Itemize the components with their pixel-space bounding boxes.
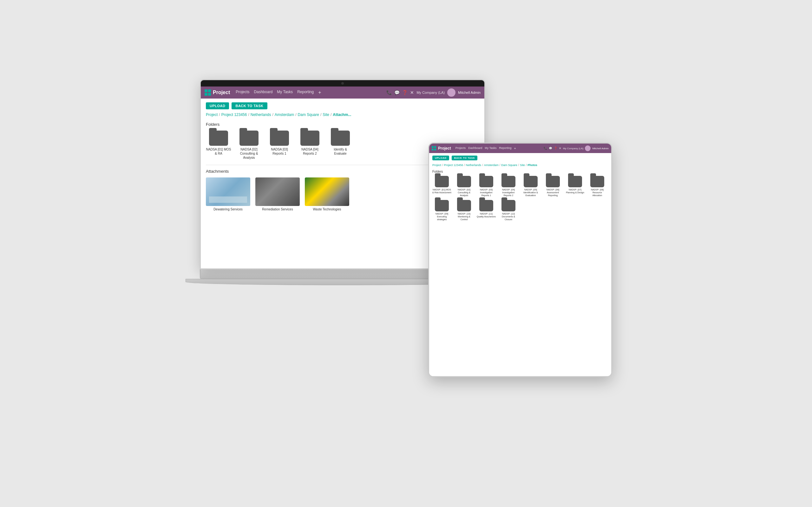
laptop-attach-label-2: Remediation Services [262, 208, 293, 211]
laptop-attach-thumb-3 [305, 177, 349, 206]
tablet-nav-reporting[interactable]: Reporting [499, 147, 512, 150]
laptop-nav-icons: 📞 💬 ❓ ✕ My Company (LA) Mitchell Admin [386, 89, 480, 97]
tablet-bc-site[interactable]: Site [520, 164, 525, 167]
laptop-logo[interactable]: Project [205, 89, 230, 96]
laptop-attachment-1[interactable]: Dewatering Services [206, 177, 250, 211]
laptop-bc-project[interactable]: Project [206, 112, 217, 117]
tablet-folder-1[interactable]: NADSP- [01] MOS & Risk Assessment [432, 176, 451, 197]
laptop-folder-icon-3 [270, 130, 289, 146]
tablet-folder-label-4: NADSP- [04] Investigation Reports 2 [499, 188, 518, 197]
laptop-attachment-2[interactable]: Remediation Services [255, 177, 300, 211]
laptop-logo-icon [205, 89, 211, 96]
tablet-nav-projects[interactable]: Projects [455, 147, 466, 150]
tablet-folder-icon-2 [457, 176, 471, 187]
laptop-bc-attachments[interactable]: Attachm... [333, 112, 351, 117]
tablet-phone-icon[interactable]: 📞 [544, 147, 547, 150]
laptop-nav-mytasks[interactable]: My Tasks [277, 90, 293, 95]
tablet-folder-8[interactable]: NADSP- [08] Resource Allocation [588, 176, 607, 197]
tablet-folder-icon-1 [435, 176, 449, 187]
tablet-folder-icon-5 [524, 176, 538, 187]
laptop-back-to-task-button[interactable]: BACK TO TASK [232, 102, 267, 109]
laptop-chat-icon[interactable]: 💬 [394, 90, 400, 95]
tablet-chat-icon[interactable]: 💬 [549, 147, 552, 150]
tablet-folder-label-8: NADSP- [08] Resource Allocation [588, 188, 607, 197]
tablet-folder-4[interactable]: NADSP- [04] Investigation Reports 2 [499, 176, 518, 197]
laptop-folder-3[interactable]: NADSA [03] Reports 1 [267, 130, 292, 160]
tablet-folder-5[interactable]: NADSP- [05] Identification & Evaluation [521, 176, 540, 197]
laptop-attach-label-3: Waste Technologies [313, 208, 341, 211]
tablet-bc-photos[interactable]: Photos [527, 164, 537, 167]
svg-point-1 [449, 94, 454, 97]
laptop-bc-project123[interactable]: Project 123456 [221, 112, 247, 117]
laptop-nav-menu: Projects Dashboard My Tasks Reporting + [236, 90, 321, 95]
tablet-logo[interactable]: Project [432, 146, 451, 151]
tablet-help-icon[interactable]: ❓ [554, 147, 557, 150]
tablet-bc-netherlands[interactable]: Netherlands [466, 164, 481, 167]
laptop-navbar: Project Projects Dashboard My Tasks Repo… [201, 87, 484, 99]
laptop-folder-icon-2 [240, 130, 258, 146]
laptop-nav-plus[interactable]: + [318, 90, 321, 95]
tablet-folder-icon-7 [568, 176, 582, 187]
tablet-upload-button[interactable]: UPLOAD [432, 156, 449, 160]
laptop-folder-1[interactable]: NADSA [01] MOS & RA [206, 130, 231, 160]
laptop-tools-icon[interactable]: ✕ [410, 90, 414, 95]
tablet-bc-damsquare[interactable]: Dam Square [501, 164, 517, 167]
laptop-folder-5[interactable]: Identify & Evaluate [328, 130, 353, 160]
laptop-folder-label-3: NADSA [03] Reports 1 [267, 147, 292, 156]
tablet-bc-project[interactable]: Project [432, 164, 441, 167]
tablet-folders-title: Folders [432, 170, 608, 173]
tablet-avatar [585, 146, 591, 151]
tablet-nav-plus[interactable]: + [514, 147, 516, 150]
tablet-nav-mytasks[interactable]: My Tasks [485, 147, 496, 150]
scene: Project Projects Dashboard My Tasks Repo… [200, 79, 612, 428]
tablet-logo-text: Project [438, 146, 451, 151]
tablet-folders-grid: NADSP- [01] MOS & Risk Assessment NADSP-… [432, 176, 608, 221]
laptop-nav-dashboard[interactable]: Dashboard [254, 90, 273, 95]
laptop-folder-icon-1 [209, 130, 228, 146]
tablet-folder-6[interactable]: NADSP- [06] Assessment Reporting [543, 176, 562, 197]
laptop-attach-thumb-2 [255, 177, 300, 206]
tablet-nav-dashboard[interactable]: Dashboard [468, 147, 482, 150]
laptop-help-icon[interactable]: ❓ [402, 90, 408, 95]
tablet-bc-amsterdam[interactable]: Amsterdam [484, 164, 499, 167]
tablet-folder-12[interactable]: NADSP- [12] Documents & Closure [499, 200, 518, 221]
tablet-folder-3[interactable]: NADSP- [03] Investigation Reports 1 [477, 176, 496, 197]
laptop-nav-reporting[interactable]: Reporting [297, 90, 314, 95]
tablet-folder-icon-6 [546, 176, 560, 187]
tablet-bc-project123[interactable]: Project 123456 [444, 164, 463, 167]
tablet-device: Project Projects Dashboard My Tasks Repo… [428, 143, 612, 377]
tablet-folder-11[interactable]: NADSP- [11] Quality Assurances [477, 200, 496, 221]
tablet-folder-label-3: NADSP- [03] Investigation Reports 1 [477, 188, 496, 197]
laptop-username: Mitchell Admin [458, 91, 480, 95]
tablet-tools-icon[interactable]: ✕ [559, 147, 561, 150]
laptop-attach-label-1: Dewatering Services [213, 208, 243, 211]
tablet-navbar: Project Projects Dashboard My Tasks Repo… [429, 144, 611, 153]
laptop-nav-projects[interactable]: Projects [236, 90, 249, 95]
laptop-bc-amsterdam[interactable]: Amsterdam [275, 112, 294, 117]
tablet-content: UPLOAD BACK TO TASK Project / Project 12… [429, 153, 611, 376]
tablet-back-to-task-button[interactable]: BACK TO TASK [452, 156, 478, 160]
laptop-attachment-3[interactable]: Waste Technologies [305, 177, 349, 211]
tablet-nav-icons: 📞 💬 ❓ ✕ My Company (LA) Mitchell Admin [544, 146, 609, 151]
laptop-folder-2[interactable]: NADSA [02] Consulting & Analysis [236, 130, 262, 160]
tablet-folder-label-5: NADSP- [05] Identification & Evaluation [521, 188, 540, 197]
tablet-folder-label-1: NADSP- [01] MOS & Risk Assessment [432, 188, 451, 194]
laptop-bc-netherlands[interactable]: Netherlands [251, 112, 271, 117]
tablet-folder-2[interactable]: NADSP- [02] Consulting & Analysis [455, 176, 473, 197]
laptop-upload-button[interactable]: UPLOAD [206, 102, 229, 109]
laptop-folder-label-5: Identify & Evaluate [328, 147, 353, 156]
tablet-folder-label-12: NADSP- [12] Documents & Closure [499, 212, 518, 221]
tablet-nav-menu: Projects Dashboard My Tasks Reporting + [455, 147, 516, 150]
tablet-folder-label-2: NADSP- [02] Consulting & Analysis [455, 188, 473, 197]
laptop-bc-damsquare[interactable]: Dam Square [298, 112, 319, 117]
tablet-logo-icon [432, 146, 436, 151]
laptop-action-buttons: UPLOAD BACK TO TASK [206, 102, 479, 109]
laptop-bc-site[interactable]: Site [322, 112, 329, 117]
tablet-username: Mitchell Admin [592, 147, 609, 150]
tablet-folder-7[interactable]: NADSP- [07] Planning & Design [565, 176, 585, 197]
laptop-folder-4[interactable]: NADSA [04] Reports 2 [297, 130, 322, 160]
tablet-folder-10[interactable]: NADSP- [10] Monitoring & Control [455, 200, 473, 221]
laptop-phone-icon[interactable]: 📞 [386, 90, 392, 95]
tablet-folder-9[interactable]: NADSP- [09] Executing strategies [432, 200, 451, 221]
laptop-folder-label-1: NADSA [01] MOS & RA [206, 147, 231, 156]
